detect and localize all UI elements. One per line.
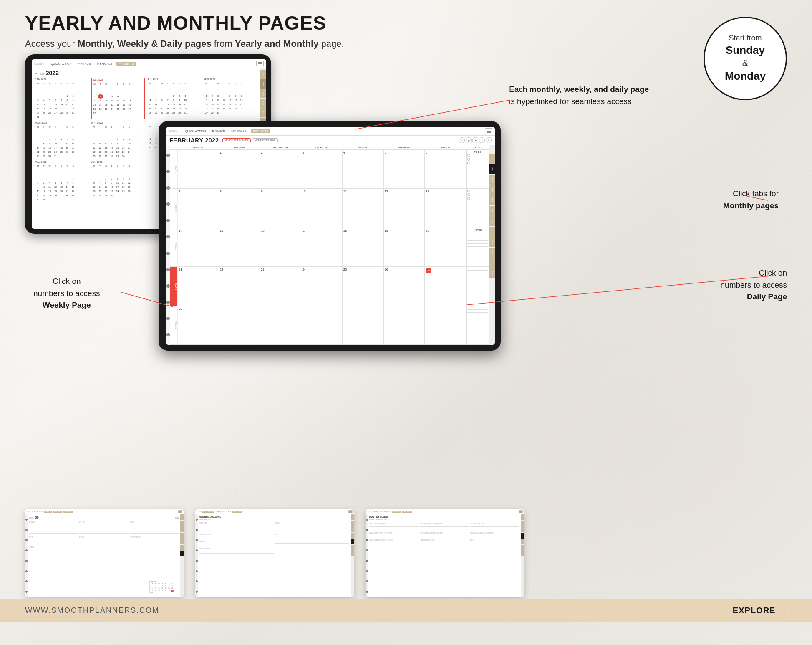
- monthly-nav-goals[interactable]: MY GOALS: [229, 129, 248, 133]
- monthly-menu-icon[interactable]: [485, 128, 492, 134]
- mst-jan[interactable]: JAN: [489, 154, 495, 164]
- cell-w1-sat[interactable]: 5: [384, 150, 425, 188]
- mst-nov[interactable]: NOV: [489, 258, 495, 268]
- week5-label: WEEK 5: [170, 306, 178, 344]
- cell-w1-wed[interactable]: 2: [260, 150, 301, 188]
- cell-w5-tue[interactable]: [219, 306, 260, 344]
- cell-w2-tue[interactable]: 8: [219, 189, 260, 227]
- cell-w4-sat[interactable]: 26: [384, 267, 425, 305]
- monthly-nav-quick[interactable]: QUICK ACTION: [183, 129, 208, 133]
- footer-cta[interactable]: EXPLORE →: [733, 606, 787, 615]
- week1-label: WEEK 1: [170, 150, 178, 188]
- col-header-wed: WEDNESDAY: [260, 145, 301, 149]
- cell-w3-fri[interactable]: 18: [343, 228, 384, 266]
- cell-w2-thu[interactable]: 10: [301, 189, 343, 227]
- sample-mr-goals: MY GOALS: [392, 511, 401, 513]
- sample-mr-title: MONTHLY REVIEW: [369, 516, 519, 518]
- icon-emoji[interactable]: ☺: [459, 137, 465, 143]
- cell-w5-thu[interactable]: [301, 306, 343, 344]
- cal-row-week3: WEEK 3 14 15 16 17 18 19 20 NOTES: [170, 228, 489, 267]
- cell-w4-wed[interactable]: 23: [260, 267, 301, 305]
- cell-w1-sun[interactable]: 6: [425, 150, 466, 188]
- cell-w5-wed[interactable]: [260, 306, 301, 344]
- mst-sep[interactable]: SEP: [489, 237, 495, 247]
- cell-w4-fri[interactable]: 25: [343, 267, 384, 305]
- sample-w-index: INDEX: [26, 511, 31, 513]
- cell-w4-tue[interactable]: 22: [219, 267, 260, 305]
- cal-row-week5: WEEK 5 28: [170, 306, 489, 345]
- cell-w5-fri[interactable]: [343, 306, 384, 344]
- cell-w2-sun[interactable]: 13: [425, 189, 466, 227]
- monthly-nav-bar: INDEX QUICK ACTION FINANCE MY GOALS PROJ…: [166, 127, 495, 136]
- mst-jul[interactable]: JUL: [489, 216, 495, 226]
- cell-w5-mon[interactable]: 28: [178, 306, 219, 344]
- yearly-nav-icons: [256, 61, 264, 66]
- cell-w2-fri[interactable]: 11: [343, 189, 384, 227]
- monthly-nav-finance[interactable]: FINANCE: [210, 129, 227, 133]
- cal-day-headers: MONDAY TUESDAY WEDNESDAY THURSDAY FRIDAY…: [170, 145, 489, 150]
- week3-label: WEEK 3: [170, 228, 178, 266]
- mst-may[interactable]: MAY: [489, 195, 495, 205]
- badge-ampersand: &: [742, 57, 749, 69]
- col-header-thu: THURSDAY: [301, 145, 343, 149]
- tab-monthly-review[interactable]: MONTHLY REVIEW: [252, 138, 278, 142]
- cell-w1-thu[interactable]: 3: [301, 150, 343, 188]
- mst-dec[interactable]: DEC: [489, 268, 495, 278]
- cell-w3-sat[interactable]: 19: [384, 228, 425, 266]
- sample-month-at-glance: INDEX QUICK ACTION FINANCE MY GOALS PROJ…: [195, 509, 354, 597]
- cell-w3-sun[interactable]: 20: [425, 228, 466, 266]
- monthly-nav-projects[interactable]: PROJECTS: [251, 129, 270, 133]
- mst-feb[interactable]: FEB: [489, 164, 495, 174]
- icon-flag[interactable]: ⚑: [472, 137, 478, 143]
- icon-check[interactable]: ✓: [479, 137, 485, 143]
- side-tab-jan[interactable]: JAN: [260, 70, 266, 79]
- cell-w5-sat[interactable]: [384, 306, 425, 344]
- yearly-menu-icon[interactable]: [256, 61, 264, 66]
- page-subtitle: Access your Monthly, Weekly & Daily page…: [25, 38, 344, 49]
- tab-month-at-glance[interactable]: MONTH AT A GLANCE: [222, 138, 251, 142]
- sample-mag-index: INDEX: [197, 511, 201, 513]
- yearly-nav-projects[interactable]: PROJECTS: [116, 62, 136, 66]
- sample-mag-fin: FINANCE: [216, 511, 222, 513]
- cell-w4-sun[interactable]: 27: [425, 267, 466, 305]
- sample-weekly-nav: INDEX QUICK ACTION FINANCE MY GOALS PROJ…: [25, 509, 184, 514]
- cell-w2-wed[interactable]: 9: [260, 189, 301, 227]
- sample-mr-side-tabs: [521, 514, 524, 597]
- side-tab-mar[interactable]: MAR: [260, 89, 266, 98]
- sample-mr-fin: FINANCE: [384, 511, 391, 513]
- yearly-nav-quick-action[interactable]: QUICK ACTION: [48, 62, 73, 66]
- cell-w3-wed[interactable]: 16: [260, 228, 301, 266]
- cell-w4-thu[interactable]: 24: [301, 267, 343, 305]
- mst-jun[interactable]: JUN: [489, 206, 495, 216]
- icon-pencil[interactable]: ✎: [486, 137, 492, 143]
- cell-w1-tue[interactable]: 1: [219, 150, 260, 188]
- yearly-nav-goals[interactable]: MY GOALS: [95, 62, 114, 66]
- cell-w4-mon[interactable]: 21: [178, 267, 219, 305]
- cell-w3-mon[interactable]: 14: [178, 228, 219, 266]
- sample-mag-nav: INDEX QUICK ACTION FINANCE MY GOALS PROJ…: [195, 509, 354, 514]
- side-tab-may[interactable]: MAY: [260, 108, 266, 117]
- sample-monthly-review: INDEX QUICK ACTION FINANCE MY GOALS PROJ…: [366, 509, 524, 597]
- col-header-sat: SATURDAY: [384, 145, 425, 149]
- mst-oct[interactable]: OCT: [489, 248, 495, 258]
- side-tab-feb[interactable]: FEB: [260, 79, 266, 89]
- mst-apr[interactable]: APR: [489, 185, 495, 195]
- cell-w3-thu[interactable]: 17: [301, 228, 343, 266]
- cell-w1-mon[interactable]: [178, 150, 219, 188]
- icon-star[interactable]: ★: [466, 137, 472, 143]
- todo-col-w5: [466, 306, 489, 344]
- side-tab-apr[interactable]: APR: [260, 99, 266, 108]
- cell-w3-tue[interactable]: 15: [219, 228, 260, 266]
- sample-mr-content: MONTHLY REVIEW GOALS FEBRUARY 2022 TOP 3…: [366, 514, 524, 597]
- cell-w5-sun[interactable]: [425, 306, 466, 344]
- cell-w1-fri[interactable]: 4: [343, 150, 384, 188]
- todo-col-w2: [466, 189, 489, 227]
- mini-cal-aug: AUG 2022 MTWTFSS 1234567 891011121314 15…: [204, 78, 257, 119]
- yearly-nav-finance[interactable]: FINANCE: [76, 62, 93, 66]
- mst-mar[interactable]: MAR: [489, 175, 495, 185]
- mini-cal-mar: MAR 2022 MTWTFSS 123456 78910111213 1415…: [35, 121, 89, 158]
- cell-w2-sat[interactable]: 12: [384, 189, 425, 227]
- cell-w2-mon[interactable]: 7: [178, 189, 219, 227]
- mst-aug[interactable]: AUG: [489, 227, 495, 237]
- sample-mr-main: MONTHLY REVIEW GOALS FEBRUARY 2022 TOP 3…: [368, 514, 521, 597]
